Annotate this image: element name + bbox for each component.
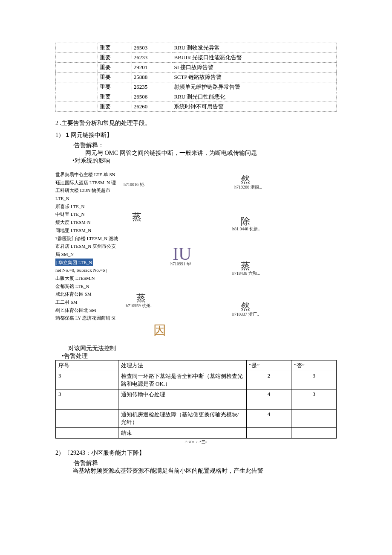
item-2-header: 2）〔29243：小区服务能力下降】: [55, 449, 337, 457]
col-no: 序号: [56, 360, 118, 371]
item-1-bold: 1: [66, 131, 69, 138]
table-cell: 通知机房巡检处理故障（基站侧更换传输光模块/光纤）: [118, 410, 246, 428]
code-label: h81 0448 长新..: [232, 225, 260, 232]
table-cell: 结束: [118, 428, 246, 439]
table-cell: [56, 73, 98, 82]
table-cell: 26260: [132, 102, 172, 112]
list-item: 药都保嘉 LY 恩济花园商铺 SI: [55, 314, 132, 322]
list-item-sub: net No.=0, Subrack No.=6 |: [55, 266, 132, 274]
code-label: h718436 六和...: [232, 270, 260, 277]
char-yin-icon: 因: [153, 319, 166, 341]
table-cell: [291, 410, 337, 428]
table-cell: BBUIR 光接口性能恶化告警: [172, 53, 337, 63]
list-item: 煖大度 LTESM-N: [55, 218, 132, 227]
col-yes: “是”: [246, 360, 291, 371]
list-item: ?辟医院门诊楼 LTESM_N 溯城: [55, 235, 132, 243]
item-1-prefix: 1）: [55, 132, 64, 138]
list-item: 出版大厦 LTESM.N: [55, 274, 132, 282]
table-cell: 2: [246, 371, 291, 389]
table-cell: 重要: [98, 92, 132, 102]
table-cell: 重要: [98, 43, 132, 53]
code-label: h719266 浙拫...: [234, 183, 262, 191]
table-cell: 重要: [98, 102, 132, 112]
table-cell: 重要: [98, 63, 132, 73]
table-cell: 射频单元维护链路异常告警: [172, 82, 337, 92]
table-cell: 4: [246, 410, 291, 428]
table-cell: [56, 63, 98, 73]
list-item: 珏江国际大酒店 LTESM_N 理: [55, 179, 132, 187]
col-method: 处理方法: [118, 360, 246, 371]
alarm-explain-text: 网元与 OMC 网管之间的链接中断，一般来讲，为断电或传输问题: [85, 149, 337, 157]
table-cell: 26235: [132, 82, 172, 92]
table-cell: 3: [56, 389, 118, 410]
table-cell: SCTP 链路故障告警: [172, 73, 337, 82]
list-item: 剐匕体育公园北 SM: [55, 306, 132, 314]
table-cell: 3: [291, 371, 337, 389]
table-cell: [56, 102, 98, 112]
table-cell: 重要: [98, 82, 132, 92]
list-item-highlight: | 华立集团 LTE_N: [55, 259, 93, 267]
table-cell: [246, 428, 291, 439]
table-cell: 26503: [132, 43, 172, 53]
list-item: 金都宾馆 LTE_N: [55, 282, 132, 291]
code-label: h710991 华: [170, 260, 191, 267]
alarm-explain-label-2: ·告警解释: [72, 459, 337, 467]
table-cell: 系统时钟不可用告警: [172, 102, 337, 112]
item-1-suffix: 网元链接中断】: [71, 132, 112, 138]
list-item: 咸北体育公园 SM: [55, 290, 132, 298]
ne-list-block: 世界契易中心主楼 LTE 单 SN 珏江国际大酒店 LTESM_N 理 工科研大…: [55, 171, 337, 345]
table-cell: 26233: [132, 53, 172, 63]
table-cell: RRU 测收发光异常: [172, 43, 337, 53]
system-impact-label: •对系统的影响: [72, 157, 337, 165]
table-cell: [56, 53, 98, 63]
section-2-title: 2 .主要告警分析和常见的处理手段。: [55, 119, 337, 127]
table-cell: 29201: [132, 63, 172, 73]
list-item: 局 SM_N: [55, 250, 132, 259]
list-item: 工二村 SM: [55, 298, 132, 306]
code-label: h710337 浙厂..: [232, 311, 259, 318]
list-item: 市君店 LTESM_N 庆州市公安: [55, 242, 132, 250]
table-cell: [56, 82, 98, 92]
table-cell: 25888: [132, 73, 172, 82]
table-cell: 检查同一环路下基站是否全部中断（基站侧检查光路和电源是否 OK.）: [118, 371, 246, 389]
table-cell: [291, 428, 337, 439]
alarm-handle-label: •告警处理: [62, 352, 337, 360]
code-label: h710016 矩.: [124, 181, 145, 188]
code-label: h710959 杭州..: [126, 302, 153, 309]
table-cell: 重要: [98, 73, 132, 82]
table-cell: [56, 92, 98, 102]
table-cell: 通知传输中心处理: [118, 389, 246, 410]
table-cell: RRU 测光口性能恶化: [172, 92, 337, 102]
table-cell: [56, 428, 118, 439]
table-cell: 3: [56, 371, 118, 389]
alarm-level-table: 重要26503RRU 测收发光异常重要26233BBUIR 光接口性能恶化告警重…: [55, 43, 337, 112]
ne-list-left: 世界契易中心主楼 LTE 单 SN 珏江国际大酒店 LTESM_N 理 工科研大…: [55, 171, 132, 322]
procedure-table: 序号 处理方法 “是” “否” 3检查同一环路下基站是否全部中断（基站侧检查光路…: [55, 360, 337, 439]
list-item: 世界契易中心主楼 LTE 单 SN: [55, 171, 132, 179]
list-item: 工科研大楼 LTJN 物美超市: [55, 186, 132, 195]
list-item: 同地亚 LTESM_N: [55, 227, 132, 235]
alarm-explain-text-2: 当基站射频资源或基带资源不能满足当前小区的配置规格时，产生此告警: [72, 467, 337, 475]
list-item: 斯喜乐 LTE_N: [55, 203, 132, 211]
table-cell: SI 接口故障告警: [172, 63, 337, 73]
table-cell: [56, 43, 98, 53]
list-item: 中财宝 LTE_N: [55, 210, 132, 218]
table-cell: 重要: [98, 53, 132, 63]
alarm-explain-label: ·告警解释：: [72, 142, 337, 149]
item-1-header: 1） 1 网元链接中断】: [55, 131, 337, 139]
col-no-ans: “否”: [291, 360, 337, 371]
footnote-text: ¹^⋅iO₂. /⋅·*三×: [55, 439, 337, 445]
list-item: LTE_N: [55, 195, 132, 203]
table-cell: [56, 410, 118, 428]
table-cell: 4: [246, 389, 291, 410]
table-cell: 3: [291, 389, 337, 410]
no-control-text: 对该网元无法控制: [68, 345, 337, 352]
char-zheng-icon: 蒸: [132, 209, 141, 225]
table-cell: 26506: [132, 92, 172, 102]
